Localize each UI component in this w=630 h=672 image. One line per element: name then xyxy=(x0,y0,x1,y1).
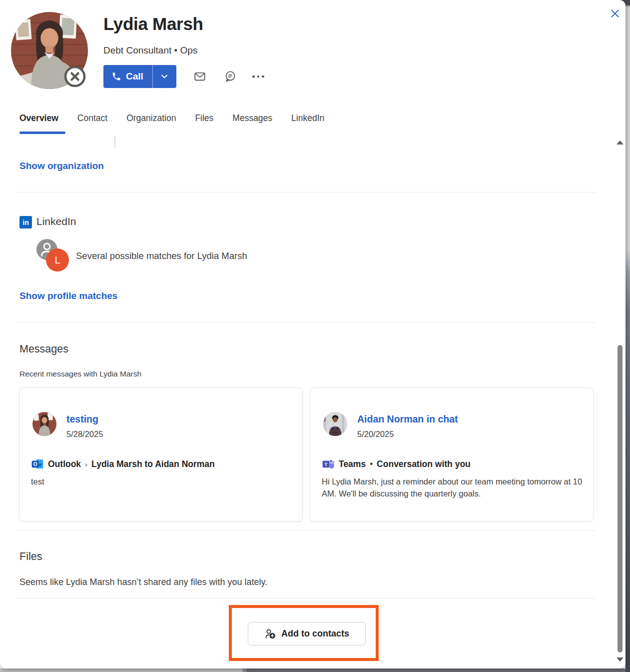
message-date: 5/28/2025 xyxy=(66,430,103,439)
message-source-row: T Teams • Conversation with you xyxy=(322,458,471,470)
chevron-right-separator: › xyxy=(85,460,87,468)
linkedin-match-text: Several possible matches for Lydia Marsh xyxy=(76,250,247,262)
teams-icon: T xyxy=(322,458,335,470)
message-preview-text: test xyxy=(31,476,293,488)
underlying-window-right-edge xyxy=(626,0,630,672)
svg-text:T: T xyxy=(325,462,328,467)
contact-job-title: Debt Consultant • Ops xyxy=(103,45,197,56)
tab-linkedin[interactable]: LinkedIn xyxy=(291,113,324,130)
more-options-button[interactable] xyxy=(249,67,268,86)
send-email-button[interactable] xyxy=(190,67,209,86)
show-organization-link[interactable]: Show organization xyxy=(19,160,104,172)
message-card-teams[interactable]: Aidan Norman in chat 5/20/2025 T Teams •… xyxy=(310,388,594,522)
call-split-button: Call xyxy=(103,65,176,88)
section-divider xyxy=(16,598,596,598)
message-title-link[interactable]: Aidan Norman in chat xyxy=(357,414,458,425)
files-section-title: Files xyxy=(19,550,42,563)
presence-badge-offline xyxy=(63,64,87,88)
phone-icon xyxy=(111,72,121,82)
chevron-down-icon xyxy=(160,72,169,81)
tab-messages[interactable]: Messages xyxy=(232,113,272,130)
messages-section-title: Messages xyxy=(19,343,68,356)
tab-files[interactable]: Files xyxy=(195,113,213,130)
message-source-row: O Outlook › Lydia Marsh to Aidan Norman xyxy=(31,458,215,470)
tab-overview[interactable]: Overview xyxy=(19,113,58,130)
avatar-photo-woman xyxy=(32,412,56,436)
call-button-label: Call xyxy=(126,71,143,82)
section-divider xyxy=(16,192,596,192)
avatar xyxy=(323,412,347,436)
linkedin-logo-icon: in xyxy=(19,216,32,228)
bullet-separator: • xyxy=(370,459,373,469)
svg-text:O: O xyxy=(33,461,37,467)
message-title-link[interactable]: testing xyxy=(66,414,98,425)
section-divider xyxy=(16,322,596,323)
messages-section-subtitle: Recent messages with Lydia Marsh xyxy=(19,370,141,378)
message-source-app: Teams xyxy=(339,459,366,470)
avatar-photo-man xyxy=(323,412,347,436)
add-to-contacts-label: Add to contacts xyxy=(281,628,349,639)
call-button[interactable]: Call xyxy=(103,65,152,88)
message-source-app: Outlook xyxy=(48,459,81,470)
ellipsis-icon xyxy=(252,76,264,78)
mail-icon xyxy=(193,68,206,84)
show-profile-matches-link[interactable]: Show profile matches xyxy=(19,290,117,302)
message-date: 5/20/2025 xyxy=(357,430,394,439)
profile-tab-bar: Overview Contact Organization Files Mess… xyxy=(19,113,324,130)
close-icon xyxy=(610,7,621,20)
close-button[interactable] xyxy=(607,5,624,22)
message-card-outlook[interactable]: testing 5/28/2025 O Outlook › Lydia Mars… xyxy=(19,388,303,522)
triangle-up-icon xyxy=(617,140,624,144)
scroll-down-arrow[interactable] xyxy=(616,656,624,664)
message-preview-text: Hi Lydia Marsh, just a reminder about ou… xyxy=(322,476,584,500)
chat-bubble-icon xyxy=(224,68,237,84)
avatar xyxy=(32,412,56,436)
person-add-icon xyxy=(264,628,276,640)
message-source-detail: Lydia Marsh to Aidan Norman xyxy=(91,459,215,470)
scrollbar-thumb[interactable] xyxy=(618,345,623,652)
match-initial-badge: L xyxy=(46,248,69,272)
add-to-contacts-button[interactable]: Add to contacts xyxy=(248,622,366,646)
call-options-dropdown-button[interactable] xyxy=(152,65,176,88)
section-divider xyxy=(16,530,596,531)
org-chart-remnant-line xyxy=(114,136,115,148)
outlook-icon: O xyxy=(31,458,44,470)
page-title-contact-name: Lydia Marsh xyxy=(103,14,203,34)
message-source-detail: Conversation with you xyxy=(377,459,471,470)
active-tab-indicator xyxy=(19,132,65,134)
tab-organization[interactable]: Organization xyxy=(126,113,176,130)
offline-x-icon xyxy=(63,64,87,88)
files-empty-text: Seems like Lydia Marsh hasn’t shared any… xyxy=(19,577,267,588)
underlying-window-bottom-edge xyxy=(0,668,626,672)
contact-profile-card: Lydia Marsh Debt Consultant • Ops Call xyxy=(0,0,626,668)
chat-button[interactable] xyxy=(221,67,240,86)
triangle-down-icon xyxy=(617,658,624,662)
tab-contact[interactable]: Contact xyxy=(77,113,107,130)
linkedin-section-title: LinkedIn xyxy=(36,216,76,228)
scroll-up-arrow[interactable] xyxy=(616,138,624,146)
